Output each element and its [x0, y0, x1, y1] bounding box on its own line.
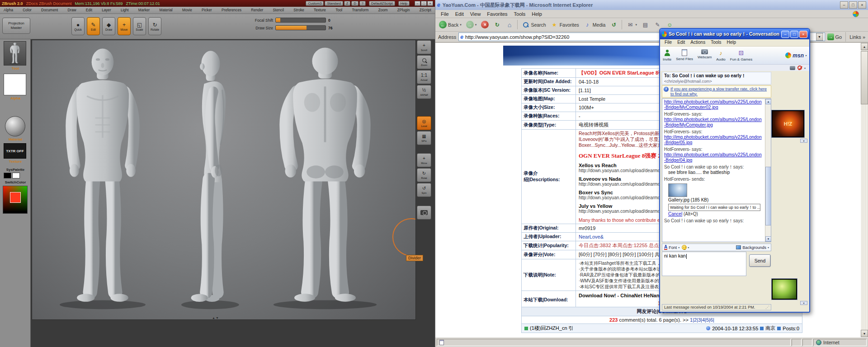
- menu-zplugin[interactable]: ZPlugin: [397, 8, 410, 12]
- mail-dropdown-arrow[interactable]: ▾: [635, 23, 637, 27]
- menu-stencil[interactable]: Stencil: [273, 8, 284, 12]
- menu-tool[interactable]: Tool: [335, 8, 342, 12]
- ie-menu-help[interactable]: Help: [529, 11, 545, 17]
- print-button[interactable]: ▤: [640, 20, 651, 29]
- minimize-button[interactable]: –: [415, 1, 420, 6]
- msn-menu-file[interactable]: File: [662, 40, 674, 46]
- zoom-shelf-button[interactable]: Zoom: [417, 55, 431, 69]
- ie-menu-edit[interactable]: Edit: [453, 11, 467, 17]
- chat-scrollbar-thumb[interactable]: [765, 167, 771, 225]
- material-tray-label[interactable]: Material: [0, 137, 31, 141]
- title-button-4[interactable]: ?: [359, 1, 366, 6]
- chat-history[interactable]: http://img.photobucket.com/albums/v225/L…: [662, 99, 765, 242]
- current-material-sphere[interactable]: [5, 116, 25, 136]
- chat-link[interactable]: http://img.photobucket.com/albums/v225/L…: [664, 117, 763, 128]
- quick-mode-button[interactable]: ●Quick: [71, 17, 85, 35]
- font-dropdown-arrow[interactable]: ▾: [678, 246, 679, 249]
- menu-preferences[interactable]: Preferences: [222, 8, 241, 12]
- msn-brand-dropdown-arrow[interactable]: ▾: [805, 54, 807, 57]
- chat-scroll-up-arrow[interactable]: ▲: [765, 99, 771, 104]
- links-toolbar[interactable]: Links »: [849, 34, 865, 40]
- current-tool-thumbnail[interactable]: [4, 41, 26, 66]
- menu-light[interactable]: Light: [121, 8, 129, 12]
- favorites-button[interactable]: ★ Favorites: [549, 20, 581, 29]
- back-dropdown-arrow[interactable]: ▾: [460, 23, 462, 27]
- resize-grip[interactable]: ⋰: [765, 305, 769, 309]
- menu-stroke[interactable]: Stroke: [293, 8, 304, 12]
- transfer-rate-link[interactable]: If you are experiencing a slow transfer …: [670, 87, 769, 96]
- rotate-mode-button[interactable]: ↻Rotate: [148, 17, 161, 35]
- home-button[interactable]: ⌂: [504, 20, 515, 29]
- voice-icon[interactable]: [790, 66, 795, 70]
- ie-maximize-button[interactable]: □: [849, 1, 857, 9]
- search-button[interactable]: Search: [520, 20, 547, 29]
- msn-menu-actions[interactable]: Actions: [688, 40, 708, 46]
- switchcolor-label[interactable]: SwitchColor: [0, 180, 31, 184]
- title-button-2[interactable]: Z: [344, 1, 351, 6]
- chat-link[interactable]: http://img.photobucket.com/albums/v225/L…: [664, 152, 763, 163]
- msn-maximize-button[interactable]: □: [790, 31, 798, 38]
- edit-mode-button[interactable]: ✎Edit: [87, 17, 100, 35]
- send-files-button[interactable]: Send Files: [676, 49, 693, 61]
- alpha-tray-label[interactable]: Alpha: [0, 96, 31, 100]
- scale-mode-button[interactable]: ◱Scale: [133, 17, 146, 35]
- color-picker-inner-swatch[interactable]: [10, 192, 21, 203]
- menu-alpha[interactable]: Alpha: [4, 8, 13, 12]
- msn-menu-tools[interactable]: Tools: [708, 40, 723, 46]
- spix-shelf-button[interactable]: ▦SPix: [417, 131, 431, 145]
- menu-edit[interactable]: Edit: [86, 8, 92, 12]
- my-picture-options-arrow[interactable]: ▾: [800, 301, 807, 305]
- ie-menu-file[interactable]: File: [438, 11, 452, 17]
- forward-dropdown-arrow[interactable]: ▾: [475, 23, 477, 27]
- menu-picker[interactable]: Picker: [202, 8, 212, 12]
- close-button[interactable]: ×: [427, 1, 433, 6]
- zbrush-help-button[interactable]: Help: [398, 1, 410, 6]
- ie-menu-view[interactable]: View: [467, 11, 484, 17]
- mail-button[interactable]: ✉▾: [624, 20, 639, 29]
- rotat-shelf-button[interactable]: ↻Rotat: [417, 168, 431, 182]
- ie-close-button[interactable]: ×: [858, 1, 866, 9]
- msn-close-button[interactable]: ×: [799, 31, 807, 38]
- backgrounds-button[interactable]: Backgrounds ▾: [736, 245, 769, 250]
- draw-mode-button[interactable]: ◆Draw: [102, 17, 115, 35]
- draw-size-slider[interactable]: Draw Size 76: [250, 25, 332, 30]
- media-button[interactable]: ♪ Media: [582, 20, 608, 29]
- title-button-3[interactable]: D: [351, 1, 358, 6]
- message-input[interactable]: ni kan kan: [662, 252, 746, 276]
- go-button[interactable]: → Go: [827, 33, 842, 40]
- tool-tray-label[interactable]: Tool: [0, 66, 31, 70]
- current-texture-thumbnail[interactable]: TXTR OFF: [4, 143, 26, 159]
- forward-button[interactable]: → ▾: [464, 20, 479, 29]
- local-shelf-button[interactable]: ◎Local: [417, 116, 431, 130]
- font-button[interactable]: A Font ▾: [664, 245, 679, 250]
- sculpt-front-view[interactable]: [50, 46, 155, 313]
- ie-menu-tools[interactable]: Tools: [511, 11, 528, 17]
- block-contact-icon[interactable]: [797, 66, 802, 70]
- sculpt-back-view[interactable]: [264, 45, 387, 313]
- send-button[interactable]: Send: [749, 254, 771, 267]
- color-picker[interactable]: [3, 186, 28, 214]
- scroll-down-arrow[interactable]: ▼: [861, 330, 868, 337]
- menu-zoom[interactable]: Zoom: [378, 8, 388, 12]
- menu-render[interactable]: Render: [251, 8, 263, 12]
- refresh-button[interactable]: ↻: [491, 20, 503, 29]
- cancel-transfer-link[interactable]: Cancel: [668, 211, 682, 216]
- backgrounds-dropdown-arrow[interactable]: ▾: [768, 246, 769, 249]
- webcam-button[interactable]: Webcam: [698, 49, 712, 61]
- aahalf-shelf-button[interactable]: ½AAHalf: [417, 85, 431, 99]
- msn-minimize-button[interactable]: –: [781, 31, 789, 38]
- current-alpha-thumbnail[interactable]: [4, 74, 26, 95]
- spin-shelf-button[interactable]: ↺Spin: [417, 183, 431, 197]
- ie-minimize-button[interactable]: –: [840, 1, 848, 9]
- audio-button[interactable]: Audio: [716, 49, 725, 61]
- projection-master-button[interactable]: Projection Master: [2, 18, 30, 34]
- address-dropdown-arrow[interactable]: ▼: [816, 33, 823, 41]
- ie-menu-favorites[interactable]: Favorites: [484, 11, 510, 17]
- menu-color[interactable]: Color: [23, 8, 32, 12]
- chat-scroll-down-arrow[interactable]: ▼: [765, 236, 771, 242]
- invite-button[interactable]: Invite: [663, 49, 671, 61]
- canvas-scroll-arrows[interactable]: ▲▼: [212, 316, 219, 319]
- menu-draw[interactable]: Draw: [68, 8, 76, 12]
- contact-picture-options-arrow[interactable]: ▾: [800, 139, 807, 143]
- move-mode-button[interactable]: +Move: [118, 17, 131, 35]
